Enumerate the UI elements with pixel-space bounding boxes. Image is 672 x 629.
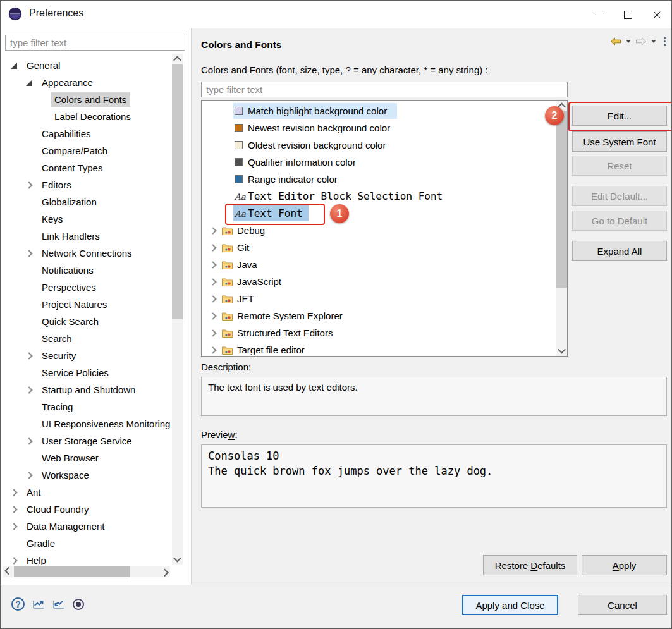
edit-default-button[interactable]: Edit Default... bbox=[572, 186, 667, 206]
sidebar-item-data-management[interactable]: Data Management bbox=[4, 518, 172, 535]
scroll-thumb[interactable] bbox=[14, 566, 130, 577]
forward-icon[interactable] bbox=[635, 37, 647, 46]
sidebar-horizontal-scrollbar[interactable] bbox=[3, 566, 170, 577]
sidebar-item-startup-and-shutdown[interactable]: Startup and Shutdown bbox=[4, 381, 172, 398]
view-menu-icon[interactable] bbox=[664, 37, 666, 46]
list-item-java[interactable]: Java bbox=[202, 256, 556, 273]
sidebar-item-globalization[interactable]: Globalization bbox=[4, 193, 172, 211]
collapsed-chevron-icon[interactable] bbox=[24, 385, 34, 395]
sidebar-item-general[interactable]: General bbox=[4, 57, 172, 74]
import-preferences-icon[interactable] bbox=[52, 599, 65, 609]
scroll-down-button[interactable] bbox=[556, 345, 567, 356]
sidebar-item-tracing[interactable]: Tracing bbox=[4, 398, 172, 415]
collapsed-chevron-icon[interactable] bbox=[9, 487, 19, 498]
close-button[interactable] bbox=[642, 1, 671, 28]
sidebar-item-compare-patch[interactable]: Compare/Patch bbox=[4, 142, 172, 159]
sidebar-item-search[interactable]: Search bbox=[4, 330, 172, 347]
list-filter-input[interactable] bbox=[201, 82, 568, 97]
scroll-up-button[interactable] bbox=[172, 54, 183, 64]
back-icon[interactable] bbox=[610, 37, 621, 46]
apply-and-close-button[interactable]: Apply and Close bbox=[462, 595, 558, 615]
sidebar-item-capabilities[interactable]: Capabilities bbox=[4, 125, 172, 142]
reset-button[interactable]: Reset bbox=[572, 156, 667, 176]
use-system-font-button[interactable]: Use System Font bbox=[572, 131, 667, 152]
scroll-down-button[interactable] bbox=[172, 554, 183, 565]
collapsed-chevron-icon[interactable] bbox=[208, 345, 218, 355]
scroll-thumb[interactable] bbox=[556, 111, 567, 288]
sidebar-item-label-decorations[interactable]: Label Decorations bbox=[4, 108, 172, 125]
collapsed-chevron-icon[interactable] bbox=[24, 436, 34, 446]
list-vertical-scrollbar[interactable] bbox=[556, 101, 567, 356]
back-history-dropdown-icon[interactable] bbox=[626, 40, 631, 46]
sidebar-item-web-browser[interactable]: Web Browser bbox=[4, 449, 172, 467]
sidebar-item-quick-search[interactable]: Quick Search bbox=[4, 313, 172, 330]
scroll-thumb[interactable] bbox=[172, 64, 183, 319]
sidebar-item-content-types[interactable]: Content Types bbox=[4, 159, 172, 176]
expanded-chevron-icon[interactable] bbox=[24, 78, 34, 88]
sidebar-item-editors[interactable]: Editors bbox=[4, 176, 172, 193]
sidebar-item-cloud-foundry[interactable]: Cloud Foundry bbox=[4, 501, 172, 518]
expand-all-button[interactable]: Expand All bbox=[572, 241, 667, 261]
sidebar-vertical-scrollbar[interactable] bbox=[172, 54, 183, 565]
collapsed-chevron-icon[interactable] bbox=[208, 294, 218, 304]
help-icon[interactable]: ? bbox=[11, 597, 25, 611]
list-item-javascript[interactable]: JavaScript bbox=[202, 273, 556, 290]
sidebar-item-link-handlers[interactable]: Link Handlers bbox=[4, 228, 172, 245]
sidebar-item-security[interactable]: Security bbox=[4, 347, 172, 364]
sidebar-item-network-connections[interactable]: Network Connections bbox=[4, 245, 172, 262]
cancel-button[interactable]: Cancel bbox=[578, 595, 667, 615]
list-item-target-file-editor[interactable]: Target file editor bbox=[202, 341, 556, 357]
collapsed-chevron-icon[interactable] bbox=[9, 556, 19, 565]
go-to-default-button[interactable]: Go to Default bbox=[572, 211, 667, 231]
collapsed-chevron-icon[interactable] bbox=[24, 248, 34, 259]
sidebar-filter-input[interactable] bbox=[5, 35, 185, 51]
sidebar-item-workspace[interactable]: Workspace bbox=[4, 467, 172, 484]
list-item-oldest-revision-background-color[interactable]: Oldest revision background color bbox=[202, 137, 556, 154]
collapsed-chevron-icon[interactable] bbox=[24, 351, 34, 361]
sidebar-item-colors-and-fonts[interactable]: Colors and Fonts bbox=[4, 91, 172, 108]
expanded-chevron-icon[interactable] bbox=[9, 61, 19, 71]
export-preferences-icon[interactable] bbox=[32, 599, 45, 609]
sidebar-item-help[interactable]: Help bbox=[4, 552, 172, 565]
scroll-left-button[interactable] bbox=[3, 566, 14, 577]
collapsed-chevron-icon[interactable] bbox=[208, 243, 218, 253]
minimize-button[interactable] bbox=[584, 1, 613, 28]
collapsed-chevron-icon[interactable] bbox=[24, 470, 34, 480]
list-item-newest-revision-background-color[interactable]: Newest revision background color bbox=[202, 119, 556, 137]
collapsed-chevron-icon[interactable] bbox=[9, 522, 19, 532]
list-item-qualifier-information-color[interactable]: Qualifier information color bbox=[202, 154, 556, 171]
sidebar-item-ui-responsiveness-monitoring[interactable]: UI Responsiveness Monitoring bbox=[4, 415, 172, 432]
sidebar-item-notifications[interactable]: Notifications bbox=[4, 262, 172, 279]
list-item-debug[interactable]: Debug bbox=[202, 222, 556, 239]
sidebar-item-perspectives[interactable]: Perspectives bbox=[4, 279, 172, 296]
list-item-range-indicator-color[interactable]: Range indicator color bbox=[202, 171, 556, 188]
sidebar-item-gradle[interactable]: Gradle bbox=[4, 535, 172, 552]
list-item-text-editor-block-selection-font[interactable]: AaText Editor Block Selection Font bbox=[202, 188, 556, 205]
list-item-match-highlight-background-color[interactable]: Match highlight background color bbox=[202, 102, 556, 119]
sidebar-item-user-storage-service[interactable]: User Storage Service bbox=[4, 432, 172, 449]
record-preferences-icon[interactable] bbox=[73, 599, 84, 610]
sidebar-item-project-natures[interactable]: Project Natures bbox=[4, 296, 172, 313]
list-item-text-font[interactable]: AaText Font bbox=[202, 205, 556, 222]
apply-button[interactable]: Apply bbox=[582, 555, 667, 575]
collapsed-chevron-icon[interactable] bbox=[208, 260, 218, 270]
list-item-git[interactable]: Git bbox=[202, 239, 556, 256]
sidebar-item-ant[interactable]: Ant bbox=[4, 484, 172, 501]
restore-defaults-button[interactable]: Restore Defaults bbox=[483, 555, 577, 575]
collapsed-chevron-icon[interactable] bbox=[208, 226, 218, 236]
list-item-jet[interactable]: JET bbox=[202, 290, 556, 307]
collapsed-chevron-icon[interactable] bbox=[208, 328, 218, 338]
maximize-button[interactable] bbox=[613, 1, 642, 28]
collapsed-chevron-icon[interactable] bbox=[9, 504, 19, 515]
scroll-right-button[interactable] bbox=[159, 566, 170, 577]
collapsed-chevron-icon[interactable] bbox=[24, 180, 34, 190]
list-item-structured-text-editors[interactable]: Structured Text Editors bbox=[202, 324, 556, 341]
collapsed-chevron-icon[interactable] bbox=[208, 277, 218, 287]
sidebar-item-keys[interactable]: Keys bbox=[4, 211, 172, 228]
sidebar-item-service-policies[interactable]: Service Policies bbox=[4, 364, 172, 381]
edit-button[interactable]: Edit... bbox=[572, 106, 667, 126]
sidebar-item-appearance[interactable]: Appearance bbox=[4, 74, 172, 91]
collapsed-chevron-icon[interactable] bbox=[208, 311, 218, 321]
forward-history-dropdown-icon[interactable] bbox=[651, 40, 656, 46]
list-item-remote-system-explorer[interactable]: Remote System Explorer bbox=[202, 307, 556, 324]
